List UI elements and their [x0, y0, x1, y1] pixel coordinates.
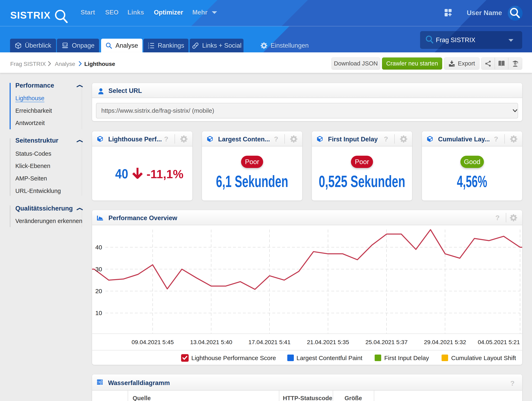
- svg-text:09.04.2021 5:45: 09.04.2021 5:45: [132, 339, 174, 345]
- svg-text:13.04.2021 5:40: 13.04.2021 5:40: [190, 339, 232, 345]
- svg-text:29.04.2021 5:32: 29.04.2021 5:32: [424, 339, 466, 345]
- svg-text:20: 20: [95, 288, 102, 294]
- svg-text:3: 3: [148, 47, 149, 49]
- svg-text:40: 40: [95, 244, 102, 251]
- svg-text:04.05.2021 5:21: 04.05.2021 5:21: [478, 339, 520, 345]
- svg-text:17.04.2021 5:41: 17.04.2021 5:41: [248, 339, 291, 345]
- svg-text:25.04.2021 5:37: 25.04.2021 5:37: [365, 339, 408, 345]
- svg-text:10: 10: [95, 310, 102, 316]
- svg-text:21.04.2021 5:35: 21.04.2021 5:35: [307, 339, 349, 345]
- svg-text:30: 30: [95, 266, 102, 273]
